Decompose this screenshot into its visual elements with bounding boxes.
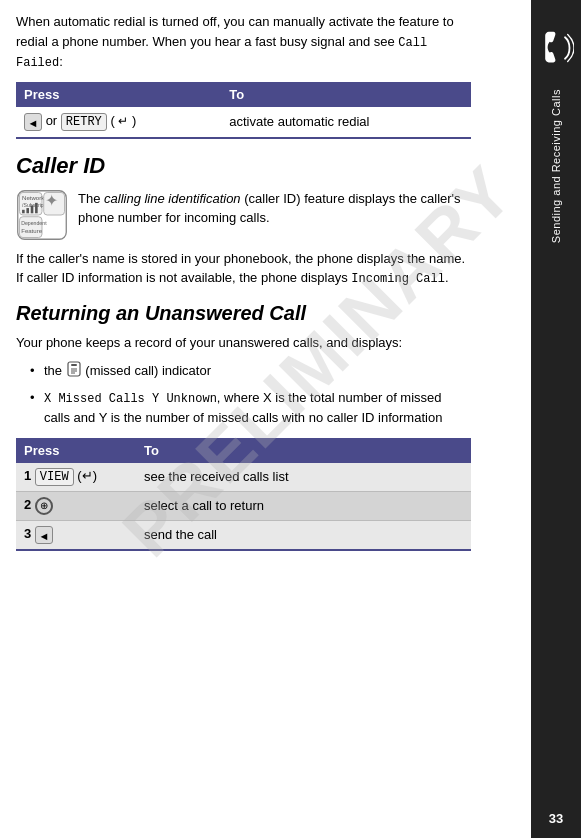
intro-paragraph: When automatic redial is turned off, you…: [16, 12, 471, 72]
row2-to: select a call to return: [136, 491, 471, 520]
svg-text:Dependent: Dependent: [21, 220, 47, 226]
svg-text:Network: Network: [22, 195, 45, 201]
caller-id-title: Caller ID: [16, 153, 471, 179]
svg-rect-6: [31, 205, 34, 213]
first-table-col2-header: To: [221, 82, 471, 107]
first-table-press-cell: ◄ or RETRY ( ↵ ): [16, 107, 221, 138]
row-num-3: 3: [24, 526, 31, 541]
row-num-1: 1: [24, 468, 31, 483]
first-table-col1-header: Press: [16, 82, 221, 107]
missed-call-icon: [66, 361, 82, 383]
first-press-table: Press To ◄ or RETRY ( ↵ ) activate autom…: [16, 82, 471, 139]
paren-close: ): [132, 113, 136, 128]
svg-rect-5: [26, 208, 29, 213]
caller-id-feature-icon: Network /Subscript Dependent Feature ✦: [16, 189, 68, 241]
svg-rect-4: [22, 210, 25, 213]
missed-calls-code: X Missed Calls Y Unknown: [44, 392, 217, 406]
main-content: When automatic redial is turned off, you…: [0, 0, 531, 838]
page-wrapper: When automatic redial is turned off, you…: [0, 0, 581, 838]
caller-id-italic: calling line identification: [104, 191, 241, 206]
table-row: 3 ◄ send the call: [16, 520, 471, 550]
retry-key[interactable]: RETRY: [61, 113, 107, 131]
caller-id-block: Network /Subscript Dependent Feature ✦: [16, 189, 471, 241]
caller-id-bottom-text: If the caller's name is stored in your p…: [16, 249, 471, 289]
svg-rect-14: [71, 364, 77, 366]
view-key[interactable]: VIEW: [35, 468, 74, 486]
row2-press: 2 ⊕: [16, 491, 136, 520]
second-press-table: Press To 1 VIEW (↵) see the received cal…: [16, 438, 471, 551]
side-tab-label: Sending and Receiving Calls: [550, 89, 562, 243]
row1-to: see the received calls list: [136, 463, 471, 492]
back-key-2[interactable]: ◄: [35, 526, 53, 544]
row1-press: 1 VIEW (↵): [16, 463, 136, 492]
the-text: the: [44, 363, 66, 378]
side-tab: Sending and Receiving Calls 33: [531, 0, 581, 838]
nav-icon: ⊕: [35, 497, 53, 515]
caller-id-text-block: The calling line identification (caller …: [78, 189, 471, 228]
intro-text-after: :: [59, 54, 63, 69]
row3-press: 3 ◄: [16, 520, 136, 550]
returning-title: Returning an Unanswered Call: [16, 302, 471, 325]
table-row: 2 ⊕ select a call to return: [16, 491, 471, 520]
svg-text:Feature: Feature: [21, 228, 42, 234]
caller-id-bottom-end: .: [445, 270, 449, 285]
phone-icon: [538, 30, 574, 69]
table-row: ◄ or RETRY ( ↵ ) activate automatic redi…: [16, 107, 471, 138]
row-num-2: 2: [24, 497, 31, 512]
row1-paren-open: (↵): [77, 468, 97, 483]
row3-to: send the call: [136, 520, 471, 550]
bullet-list: the (missed call) indicator X Missed Cal…: [32, 361, 471, 428]
second-table-col2-header: To: [136, 438, 471, 463]
svg-text:/Subscript: /Subscript: [22, 202, 46, 208]
paren-open: (: [110, 113, 114, 128]
second-table-col1-header: Press: [16, 438, 136, 463]
bullet-item-1: the (missed call) indicator: [32, 361, 471, 383]
bullet-item-2: X Missed Calls Y Unknown, where X is the…: [32, 388, 471, 428]
first-table-to-cell: activate automatic redial: [221, 107, 471, 138]
caller-id-text-the: The: [78, 191, 104, 206]
back-key-icon[interactable]: ◄: [24, 113, 42, 131]
incoming-call-code: Incoming Call: [351, 272, 445, 286]
enter-icon: ↵: [118, 114, 128, 128]
intro-text-before: When automatic redial is turned off, you…: [16, 14, 454, 49]
table-row: 1 VIEW (↵) see the received calls list: [16, 463, 471, 492]
page-number: 33: [549, 811, 563, 826]
returning-body: Your phone keeps a record of your unansw…: [16, 333, 471, 353]
missed-call-label: (missed call) indicator: [85, 363, 211, 378]
svg-text:✦: ✦: [45, 192, 58, 209]
svg-rect-7: [35, 203, 38, 213]
or-text: or: [46, 113, 61, 128]
